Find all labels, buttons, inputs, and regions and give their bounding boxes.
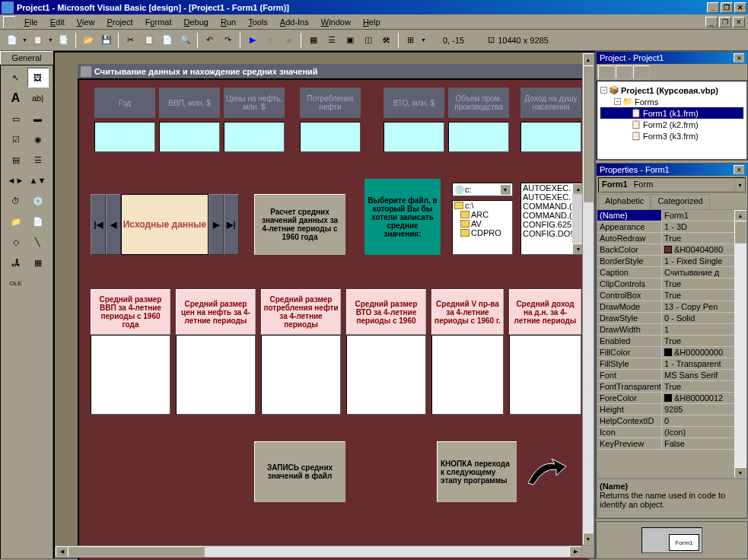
data-input[interactable] <box>159 122 220 152</box>
run-icon[interactable]: ▶ <box>243 31 261 49</box>
project-tree[interactable]: − 📦 Project1 (Курсовая.vbp) − 📁 Forms 📋 … <box>597 81 747 160</box>
property-row[interactable]: ControlBoxTrue <box>597 290 734 301</box>
commandbutton-tool-icon[interactable]: ▬ <box>27 109 49 129</box>
frame-tool-icon[interactable]: ▭ <box>5 109 27 129</box>
listbox-tool-icon[interactable]: ☰ <box>27 150 49 170</box>
property-row[interactable]: ForeColor&H80000012 <box>597 393 734 404</box>
drivelistbox-tool-icon[interactable]: 💿 <box>27 191 49 211</box>
line-tool-icon[interactable]: ╲ <box>27 232 49 252</box>
copy-icon[interactable]: 📋 <box>140 31 158 49</box>
directory-list[interactable]: c:\ ARC AV CDPRO <box>452 200 513 255</box>
properties-icon[interactable]: ☰ <box>323 31 340 49</box>
add-form-icon[interactable]: 📋 <box>29 31 46 49</box>
stop-icon[interactable]: ■ <box>280 31 298 49</box>
timer-tool-icon[interactable]: ⏱ <box>5 191 27 211</box>
mdi-minimize-button[interactable]: _ <box>705 17 718 27</box>
property-row[interactable]: ClipControlsTrue <box>597 278 734 290</box>
shape-tool-icon[interactable]: ◇ <box>5 232 27 252</box>
menu-run[interactable]: Run <box>215 16 242 28</box>
redo-icon[interactable]: ↷ <box>219 31 237 49</box>
pause-icon[interactable]: ⏸ <box>262 31 279 49</box>
data-input[interactable] <box>94 122 155 152</box>
property-row[interactable]: Appearance1 - 3D <box>597 221 734 233</box>
property-row[interactable]: HelpContextID0 <box>597 415 734 427</box>
combobox-tool-icon[interactable]: ▤ <box>5 150 27 170</box>
avg-output[interactable] <box>431 335 504 415</box>
pointer-tool-icon[interactable]: ↖ <box>5 68 27 88</box>
undo-icon[interactable]: ↶ <box>201 31 218 49</box>
close-button[interactable]: ✕ <box>734 2 746 13</box>
dataview-icon[interactable]: ⊞ <box>402 31 419 49</box>
project-panel-close-icon[interactable]: ✕ <box>734 53 744 62</box>
menu-format[interactable]: Format <box>139 16 178 28</box>
property-row[interactable]: DrawStyle0 - Solid <box>597 313 734 324</box>
mdi-restore-button[interactable]: ❐ <box>719 17 731 27</box>
calc-averages-button[interactable]: Расчет средних значений данных за 4-летн… <box>254 194 345 255</box>
form-canvas[interactable]: Год ВВП, млн. $ Цены на нефть, млн. $ По… <box>78 78 590 560</box>
property-row[interactable]: BackColor&H00404080 <box>597 244 734 256</box>
tab-alphabetic[interactable]: Alphabetic <box>598 194 651 209</box>
object-selector[interactable]: Form1 Form ▼ <box>598 177 746 192</box>
hscrollbar-tool-icon[interactable]: ◄► <box>5 170 27 190</box>
textbox-tool-icon[interactable]: ab| <box>27 88 49 108</box>
checkbox-tool-icon[interactable]: ☑ <box>5 129 27 149</box>
next-record-button[interactable]: ▶ <box>208 194 224 255</box>
file-list[interactable]: AUTOEXEC.AUTOEXEC.COMMAND.( COMMAND.(CON… <box>520 183 585 255</box>
dirlistbox-tool-icon[interactable]: 📁 <box>5 212 27 231</box>
drive-combo[interactable]: 💿c:▼ <box>452 183 513 196</box>
menu-editor-icon[interactable]: 📑 <box>55 31 72 49</box>
optionbutton-tool-icon[interactable]: ◉ <box>27 129 49 149</box>
properties-grid[interactable]: (Name)Form1Appearance1 - 3DAutoRedrawTru… <box>597 209 747 479</box>
data-input[interactable] <box>224 122 285 152</box>
object-browser-icon[interactable]: ◫ <box>359 31 377 49</box>
menu-file[interactable]: File <box>18 16 44 28</box>
property-row[interactable]: (Name)Form1 <box>597 210 734 221</box>
image-tool-icon[interactable]: 🏞 <box>5 253 27 272</box>
vscrollbar-tool-icon[interactable]: ▲▼ <box>27 170 49 190</box>
form-layout-panel[interactable]: Form1 <box>596 521 748 559</box>
props-panel-close-icon[interactable]: ✕ <box>734 165 744 174</box>
menu-tools[interactable]: Tools <box>242 16 274 28</box>
menu-window[interactable]: Window <box>315 16 357 28</box>
property-row[interactable]: Height9285 <box>597 404 734 415</box>
horizontal-scrollbar[interactable]: ◀▶ <box>55 546 582 558</box>
property-row[interactable]: CaptionСчитывание д <box>597 267 734 278</box>
data-input[interactable] <box>520 122 581 152</box>
picturebox-tool-icon[interactable]: 🖼 <box>27 68 49 88</box>
paste-icon[interactable]: 📄 <box>158 31 176 49</box>
avg-output[interactable] <box>261 335 341 415</box>
avg-output[interactable] <box>509 335 581 415</box>
property-row[interactable]: FontMS Sans Serif <box>597 370 734 381</box>
mdi-close-button[interactable]: ✕ <box>733 17 745 27</box>
avg-output[interactable] <box>176 335 256 415</box>
label-tool-icon[interactable]: A <box>5 88 27 108</box>
data-input[interactable] <box>300 122 361 152</box>
property-row[interactable]: Icon(Icon) <box>597 427 734 438</box>
property-row[interactable]: FontTransparentTrue <box>597 381 734 393</box>
form-layout-icon[interactable]: ▣ <box>341 31 358 49</box>
data-input[interactable] <box>384 122 444 152</box>
next-stage-button[interactable]: КНОПКА перехода к следующему этапу прогр… <box>437 441 517 502</box>
ole-tool-icon[interactable]: OLE <box>5 273 27 293</box>
menu-help[interactable]: Help <box>357 16 387 28</box>
tab-categorized[interactable]: Categorized <box>651 194 709 209</box>
vertical-scrollbar[interactable]: ▲▼ <box>582 52 594 546</box>
property-row[interactable]: BorderStyle1 - Fixed Single <box>597 256 734 267</box>
view-object-icon[interactable] <box>616 65 632 79</box>
write-to-file-button[interactable]: ЗАПИСЬ средних значений в файл <box>254 441 345 502</box>
property-row[interactable]: FillColor&H00000000 <box>597 347 734 358</box>
menu-view[interactable]: View <box>71 16 101 28</box>
toolbox-tab-general[interactable]: General <box>0 51 53 65</box>
maximize-button[interactable]: ❐ <box>721 2 733 13</box>
avg-output[interactable] <box>91 335 170 415</box>
property-row[interactable]: AutoRedrawTrue <box>597 233 734 244</box>
first-record-button[interactable]: |◀ <box>91 194 106 255</box>
minimize-button[interactable]: _ <box>707 2 719 13</box>
avg-output[interactable] <box>346 335 426 415</box>
last-record-button[interactable]: ▶| <box>224 194 239 255</box>
filelistbox-tool-icon[interactable]: 📄 <box>27 212 49 231</box>
form-layout-mini[interactable]: Form1 <box>669 534 699 551</box>
property-row[interactable]: DrawWidth1 <box>597 324 734 336</box>
menu-edit[interactable]: Edit <box>44 16 71 28</box>
add-project-icon[interactable]: 📄 <box>3 31 21 49</box>
